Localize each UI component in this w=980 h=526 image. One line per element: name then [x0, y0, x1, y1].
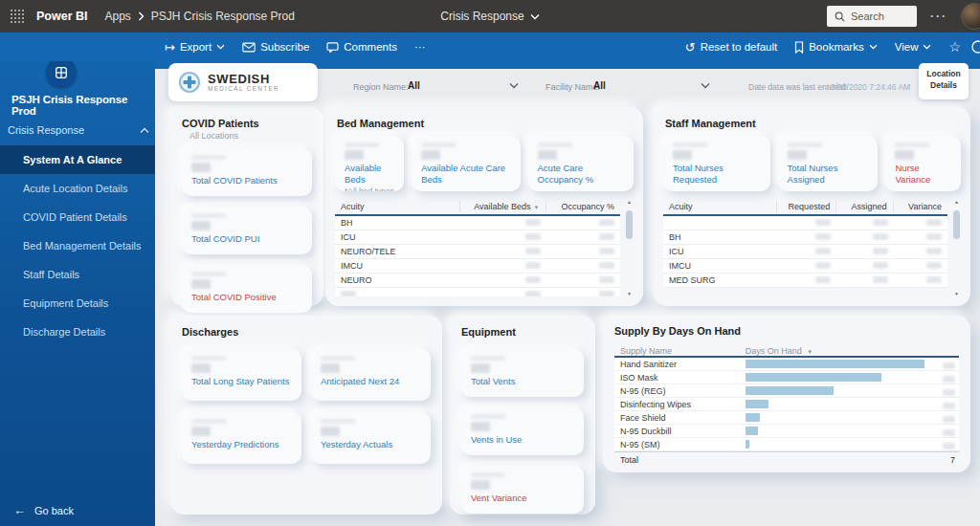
sidebar-item[interactable]: Acute Location Details — [0, 174, 155, 203]
region-filter-value[interactable]: All — [408, 80, 420, 91]
column-header[interactable]: Available Beds▼ — [460, 201, 546, 212]
sidebar-item[interactable]: Bed Management Details — [0, 231, 155, 260]
chevron-up-icon — [140, 127, 149, 134]
supply-row[interactable]: ISO Mask — [614, 371, 959, 384]
supply-row[interactable]: Disinfecting Wipes — [614, 398, 959, 411]
supply-value — [924, 436, 959, 453]
refresh-icon[interactable] — [970, 39, 980, 55]
table-cell-value — [894, 275, 947, 285]
bar-area — [746, 360, 924, 368]
toolbar-more-icon[interactable]: ··· — [414, 41, 426, 53]
sidebar-item[interactable]: Equipment Details — [0, 289, 155, 318]
kpi-tile[interactable]: Anticipated Next 24 — [311, 349, 431, 401]
export-button[interactable]: ↦ Export — [165, 41, 225, 54]
column-header[interactable]: Acuity — [663, 201, 777, 212]
reset-to-default-button[interactable]: ↺ Reset to default — [685, 41, 777, 54]
supply-row[interactable]: N-95 Duckbill — [614, 425, 959, 438]
sidebar-item[interactable]: COVID Patient Details — [0, 203, 155, 231]
kpi-tile[interactable]: Yesterday Actuals — [311, 412, 431, 464]
scroll-up-icon[interactable]: ▲ — [624, 199, 635, 205]
column-header[interactable]: Assigned — [836, 201, 893, 212]
location-details-button[interactable]: Location Details — [919, 63, 969, 99]
scroll-thumb[interactable] — [626, 210, 633, 239]
kpi-tile[interactable]: Available Acute Care Beds — [412, 136, 520, 191]
table-row[interactable]: IMCU — [335, 259, 620, 274]
scroll-thumb[interactable] — [953, 210, 960, 239]
table-row[interactable]: ICU — [663, 245, 947, 259]
redacted-value — [873, 233, 888, 240]
chevron-down-icon[interactable] — [530, 13, 540, 20]
avatar[interactable] — [961, 3, 980, 30]
more-options-icon[interactable]: ··· — [930, 10, 947, 23]
supply-row[interactable]: N-95 (SM) — [614, 438, 959, 451]
facility-dropdown-chevron-icon[interactable] — [701, 82, 710, 89]
kpi-tile[interactable]: Total COVID Positive — [182, 265, 312, 313]
table-cell-value — [460, 290, 546, 296]
breadcrumb-apps[interactable]: Apps — [105, 10, 131, 23]
column-header[interactable]: Requested — [777, 201, 836, 212]
column-header-supply-name[interactable]: Supply Name — [614, 346, 746, 356]
table-row[interactable]: BH — [335, 216, 620, 230]
view-button[interactable]: View — [895, 41, 932, 53]
kpi-tile[interactable]: Available Beds*All bed types — [335, 136, 404, 191]
go-back-button[interactable]: ← Go back — [13, 503, 74, 517]
redacted-value — [321, 427, 340, 436]
comments-button[interactable]: Comments — [326, 41, 397, 53]
table-row[interactable]: NEURO/TELE — [335, 245, 620, 259]
subscribe-button[interactable]: Subscribe — [242, 41, 309, 53]
kpi-tile[interactable]: Total COVID PUI — [182, 207, 312, 254]
column-header[interactable]: Variance — [894, 201, 947, 212]
kpi-tile[interactable]: Total Nurses Requested — [663, 136, 770, 191]
breadcrumb-app-name[interactable]: PSJH Crisis Response Prod — [151, 10, 295, 23]
table-row[interactable]: BH — [663, 230, 947, 245]
kpi-tile[interactable]: Total Long Stay Patients — [182, 349, 301, 401]
report-switcher[interactable]: Crisis Response — [440, 10, 523, 23]
redacted-value — [191, 213, 226, 218]
table-row[interactable] — [663, 216, 947, 230]
bookmarks-button[interactable]: Bookmarks — [794, 41, 878, 54]
table-cell-label: NEURO — [335, 275, 460, 285]
column-header[interactable]: Acuity — [335, 201, 460, 212]
kpi-tile[interactable]: Total COVID Patients — [182, 148, 312, 196]
kpi-tile[interactable]: Yesterday Predictions — [182, 412, 301, 464]
sidebar-section-crisis-response[interactable]: Crisis Response — [8, 119, 149, 142]
kpi-tile[interactable]: Acute Care Occupancy % — [528, 136, 634, 191]
kpi-tile[interactable]: Total Nurses Assigned — [778, 136, 879, 191]
redacted-value — [599, 291, 614, 296]
supply-name: Hand Sanitizer — [614, 360, 746, 369]
data-bar — [746, 440, 749, 449]
kpi-tile[interactable]: Nurse Variance — [885, 136, 961, 191]
waffle-menu-icon[interactable] — [11, 10, 24, 23]
supply-row[interactable]: Face Shield — [614, 411, 959, 425]
sidebar-item[interactable]: System At A Glance — [0, 145, 155, 174]
supply-row[interactable]: N-95 (REG) — [614, 384, 959, 398]
redacted-value — [599, 233, 614, 240]
bed-kpi-tiles: Available Beds*All bed typesAvailable Ac… — [335, 136, 634, 191]
redacted-value — [943, 389, 955, 396]
table-row[interactable]: IMCU — [663, 259, 947, 274]
kpi-tile[interactable]: Vent Variance — [461, 466, 584, 514]
scroll-down-icon[interactable]: ▼ — [624, 291, 635, 296]
sidebar-item[interactable]: Discharge Details — [0, 318, 155, 346]
column-header-days-on-hand[interactable]: Days On Hand ▼ — [746, 346, 924, 356]
table-row[interactable]: MED SURG — [663, 274, 947, 288]
sort-descending-icon: ▼ — [534, 205, 540, 210]
table-row[interactable]: NEURO — [335, 274, 620, 288]
sort-descending-icon: ▼ — [807, 349, 813, 355]
supply-row[interactable]: Hand Sanitizer — [614, 358, 959, 371]
region-dropdown-chevron-icon[interactable] — [509, 82, 519, 89]
facility-filter-value[interactable]: All — [593, 80, 606, 91]
app-logo-icon[interactable] — [46, 57, 77, 88]
kpi-tile[interactable]: Total Vents — [461, 349, 584, 397]
scroll-down-icon[interactable]: ▼ — [951, 291, 962, 296]
scroll-up-icon[interactable]: ▲ — [951, 199, 962, 205]
column-header[interactable]: Occupancy % — [546, 201, 620, 212]
table-row[interactable] — [335, 288, 620, 296]
powerbi-brand[interactable]: Power BI — [36, 10, 88, 23]
favorite-star-icon[interactable]: ☆ — [948, 39, 961, 55]
sidebar-item[interactable]: Staff Details — [0, 260, 155, 289]
kpi-tile[interactable]: Vents in Use — [461, 407, 584, 455]
table-cell-value — [460, 232, 546, 242]
table-row[interactable]: ICU — [335, 230, 620, 245]
search-input[interactable]: Search — [827, 6, 917, 27]
